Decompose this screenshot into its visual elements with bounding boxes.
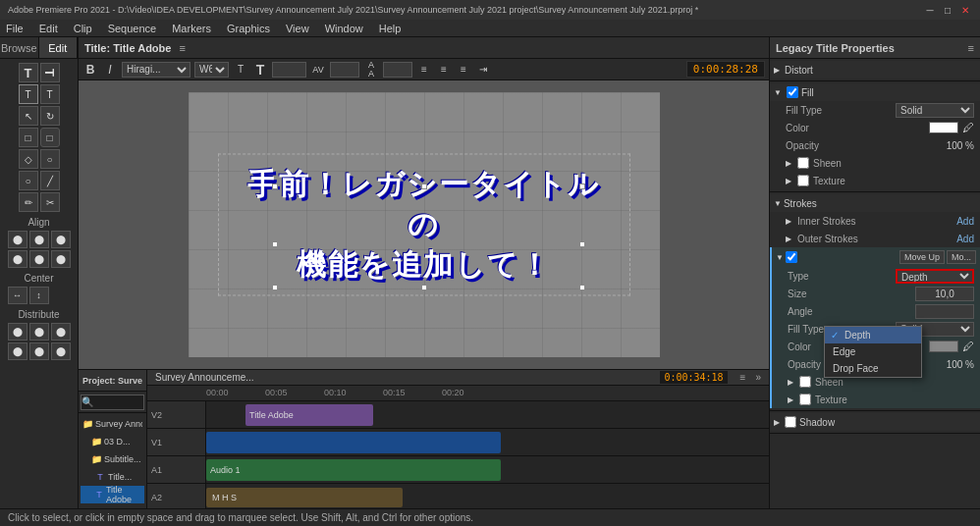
menu-graphics[interactable]: Graphics — [225, 23, 272, 34]
inner-strokes-add[interactable]: Add — [956, 216, 974, 227]
tool-rect[interactable]: □ — [19, 128, 38, 147]
align-left-icon[interactable]: ≡ — [416, 62, 432, 78]
outer-stroke-angle-input[interactable] — [915, 304, 974, 319]
tab-browse[interactable]: Browse — [0, 37, 39, 58]
tool-arc[interactable]: ○ — [40, 149, 60, 169]
handle-tl[interactable] — [272, 184, 278, 189]
outer-stroke-move-up[interactable]: Move Up — [899, 250, 945, 264]
tool-rotate[interactable]: ↻ — [40, 106, 60, 126]
timeline-settings-icon[interactable]: ≡ — [740, 372, 746, 383]
fill-color-eyedropper-icon[interactable]: 🖊 — [962, 121, 974, 134]
tool-line[interactable]: ╱ — [40, 171, 60, 190]
fill-checkbox[interactable] — [787, 86, 798, 98]
outer-stroke-size-input[interactable] — [915, 287, 974, 301]
tool-text-select[interactable]: T — [19, 63, 38, 82]
title-menu-icon[interactable]: ≡ — [179, 42, 185, 54]
fill-texture-checkbox[interactable] — [797, 175, 809, 186]
clip-v1[interactable] — [206, 432, 501, 453]
dist-right[interactable]: ⬤ — [51, 323, 71, 341]
handle-ml[interactable] — [272, 241, 278, 247]
center-h[interactable]: ↔ — [8, 287, 27, 304]
outer-stroke-type-select[interactable]: Depth — [896, 269, 974, 284]
menu-clip[interactable]: Clip — [72, 23, 94, 34]
menu-sequence[interactable]: Sequence — [106, 23, 159, 34]
canvas-area[interactable]: 手前！レガシータイトルの機能を追加して！ — [79, 80, 769, 369]
font-size-input[interactable]: 146,0 — [272, 62, 306, 78]
right-panel-menu-icon[interactable]: ≡ — [968, 42, 974, 54]
strokes-header[interactable]: ▼ Strokes — [770, 194, 980, 212]
track-content-v1[interactable] — [206, 429, 769, 455]
align-top[interactable]: ⬤ — [8, 250, 27, 268]
tab-stop-icon[interactable]: ⇥ — [475, 62, 491, 78]
project-item-title[interactable]: T Title... — [81, 468, 144, 486]
dist-left[interactable]: ⬤ — [8, 323, 27, 341]
align-center-h[interactable]: ⬤ — [29, 231, 49, 248]
tool-wedge[interactable]: ◇ — [19, 149, 38, 169]
minimize-button[interactable]: ─ — [923, 3, 937, 17]
project-item-03d[interactable]: 📁 03 D... — [81, 433, 144, 450]
outer-stroke-sheen-checkbox[interactable] — [799, 376, 811, 388]
menu-markers[interactable]: Markers — [170, 23, 213, 34]
tool-ellipse[interactable]: ○ — [19, 171, 38, 190]
tool-path-text[interactable]: T — [40, 84, 60, 104]
align-center-v[interactable]: ⬤ — [29, 250, 49, 268]
tab-edit[interactable]: Edit — [39, 37, 79, 58]
fill-type-select[interactable]: Solid — [896, 103, 974, 118]
dropdown-option-depth[interactable]: ✓ Depth — [825, 327, 921, 343]
timeline-expand-icon[interactable]: » — [755, 372, 761, 383]
menu-edit[interactable]: Edit — [37, 23, 60, 34]
outer-stroke-move[interactable]: Mo... — [947, 250, 976, 264]
dist-center-h[interactable]: ⬤ — [29, 323, 49, 341]
fill-color-swatch[interactable] — [929, 122, 958, 133]
leading-input[interactable]: 5,0 — [383, 62, 412, 78]
tool-text-vertical[interactable]: T — [40, 63, 60, 82]
handle-bm[interactable] — [421, 285, 427, 290]
align-right-icon[interactable]: ≡ — [456, 62, 471, 78]
canvas-text[interactable]: 手前！レガシータイトルの機能を追加して！ — [218, 154, 630, 296]
track-content-v2[interactable]: Title Adobe — [206, 401, 769, 428]
shadow-header[interactable]: ▶ Shadow — [770, 413, 980, 431]
menu-file[interactable]: File — [4, 23, 26, 34]
distort-header[interactable]: ▶ Distort — [770, 61, 980, 79]
align-left[interactable]: ⬤ — [8, 231, 27, 248]
handle-tm[interactable] — [421, 184, 427, 189]
project-item[interactable]: 📁 Survey Announceme... — [81, 415, 144, 433]
menu-view[interactable]: View — [284, 23, 311, 34]
maximize-button[interactable]: □ — [941, 3, 954, 17]
handle-bl[interactable] — [272, 285, 278, 290]
outer-stroke-enabled[interactable] — [786, 251, 797, 263]
outer-stroke-eyedropper-icon[interactable]: 🖊 — [962, 340, 974, 353]
dist-center-v[interactable]: ⬤ — [29, 342, 49, 360]
menu-help[interactable]: Help — [377, 23, 404, 34]
dist-bottom[interactable]: ⬤ — [51, 342, 71, 360]
handle-tr[interactable] — [579, 184, 585, 189]
align-center-icon[interactable]: ≡ — [436, 62, 452, 78]
clip-title-adobe[interactable]: Title Adobe — [245, 404, 373, 426]
handle-mr[interactable] — [579, 241, 585, 247]
dist-top[interactable]: ⬤ — [8, 342, 27, 360]
align-bottom[interactable]: ⬤ — [51, 250, 71, 268]
tool-delete-anchor[interactable]: ✂ — [40, 192, 60, 212]
tool-roundrect[interactable]: □ — [40, 128, 60, 147]
shadow-checkbox[interactable] — [785, 416, 796, 428]
fill-sheen-checkbox[interactable] — [797, 157, 809, 169]
font-weight-select[interactable]: W6 — [194, 62, 229, 78]
outer-stroke-color-swatch[interactable] — [929, 341, 958, 352]
bold-icon[interactable]: B — [82, 62, 98, 78]
project-search-input[interactable] — [81, 394, 144, 410]
handle-br[interactable] — [579, 285, 585, 290]
close-button[interactable]: ✕ — [958, 3, 972, 17]
tool-pen[interactable]: ✏ — [19, 192, 38, 212]
center-v[interactable]: ↕ — [29, 287, 49, 304]
dropdown-option-edge[interactable]: Edge — [825, 343, 921, 360]
outer-stroke-texture-checkbox[interactable] — [799, 394, 811, 405]
fill-header[interactable]: ▼ Fill — [770, 83, 980, 101]
tool-select[interactable]: ↖ — [19, 106, 38, 126]
track-content-a2[interactable]: M H S — [206, 484, 769, 510]
track-content-a1[interactable]: Audio 1 — [206, 456, 769, 483]
clip-audio1[interactable]: Audio 1 — [206, 459, 501, 481]
align-right[interactable]: ⬤ — [51, 231, 71, 248]
italic-icon[interactable]: I — [102, 62, 118, 78]
outer-strokes-add[interactable]: Add — [956, 234, 974, 244]
tool-area-text[interactable]: T — [19, 84, 38, 104]
